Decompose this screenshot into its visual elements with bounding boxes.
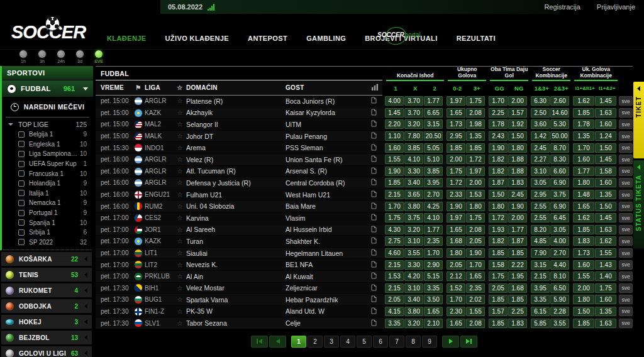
odds-cell[interactable]: 1.65 — [447, 225, 465, 234]
statistics-icon[interactable] — [366, 120, 381, 128]
odds-cell[interactable]: 3.70 — [404, 108, 423, 118]
statistics-icon[interactable] — [366, 155, 381, 163]
odds-cell[interactable]: 1.52 — [447, 283, 465, 293]
odds-cell[interactable]: 7.80 — [404, 131, 423, 141]
odds-cell[interactable]: 1.55 — [466, 307, 485, 316]
odds-cell[interactable]: 1.55 — [385, 155, 404, 164]
odds-cell[interactable]: 1.55 — [595, 248, 616, 258]
odds-cell[interactable]: 1.85 — [489, 248, 508, 258]
star-icon[interactable]: ☆ — [177, 133, 183, 140]
pagination-page-4[interactable]: 4 — [340, 336, 355, 348]
odds-cell[interactable]: 3.35 — [531, 295, 550, 304]
sidebar-league-srbija-1[interactable]: Srbija 16 — [2, 228, 93, 238]
all-odds-button[interactable]: sve — [619, 295, 633, 304]
all-odds-button[interactable]: sve — [619, 307, 633, 316]
odds-cell[interactable]: 1.53 — [466, 190, 485, 199]
odds-cell[interactable]: 1.68 — [508, 283, 527, 293]
ticket-status-tab[interactable]: STATUS TIKETA — [633, 160, 644, 248]
all-odds-button[interactable]: sve — [619, 96, 633, 106]
odds-cell[interactable]: 1.60 — [573, 260, 594, 270]
odds-cell[interactable]: 6.15 — [531, 307, 550, 316]
odds-cell[interactable]: 1.75 — [466, 96, 485, 106]
odds-cell[interactable]: 50.00 — [550, 131, 569, 141]
odds-cell[interactable]: 2.70 — [424, 190, 443, 199]
checkbox-icon[interactable] — [18, 229, 25, 236]
odds-cell[interactable]: 1.75 — [595, 283, 616, 293]
odds-cell[interactable]: 1.50 — [573, 307, 594, 316]
logo-link[interactable]: SOCCER — [11, 19, 96, 45]
statistics-icon[interactable] — [366, 202, 381, 211]
odds-cell[interactable]: 3.40 — [404, 295, 423, 304]
odds-cell[interactable]: 3.75 — [550, 190, 569, 199]
odds-cell[interactable]: 2.15 — [385, 260, 404, 270]
odds-cell[interactable]: 1.97 — [447, 213, 465, 222]
odds-cell[interactable]: 1.90 — [447, 202, 465, 211]
odds-cell[interactable]: 1.93 — [489, 225, 508, 234]
odds-cell[interactable]: 6.50 — [550, 283, 569, 293]
odds-cell[interactable]: 2.08 — [466, 225, 485, 234]
odds-cell[interactable]: 1.87 — [489, 178, 508, 187]
odds-cell[interactable]: 3.30 — [404, 167, 423, 176]
odds-cell[interactable]: 1.85 — [573, 319, 594, 328]
statistics-icon[interactable] — [366, 97, 381, 105]
nav-item-kla-enje[interactable]: KLAĐENJE — [107, 35, 147, 42]
odds-cell[interactable]: 2.15 — [385, 283, 404, 293]
odds-cell[interactable]: 1.50 — [508, 131, 527, 141]
odds-cell[interactable]: 1.70 — [424, 248, 443, 258]
odds-cell[interactable]: 3.60 — [531, 119, 550, 129]
sidebar-item-rukomet[interactable]: RUKOMET4 — [1, 283, 92, 297]
odds-cell[interactable]: 5.30 — [550, 119, 569, 129]
ticket-tab[interactable]: TIKET — [633, 82, 644, 158]
statistics-icon[interactable] — [366, 226, 381, 234]
checkbox-icon[interactable] — [18, 219, 25, 226]
odds-cell[interactable]: 3.95 — [531, 283, 550, 293]
odds-cell[interactable]: 4.25 — [424, 202, 443, 211]
odds-cell[interactable]: 1.80 — [489, 202, 508, 211]
odds-cell[interactable]: 1.80 — [508, 143, 527, 153]
odds-cell[interactable]: 2.05 — [466, 236, 485, 246]
odds-cell[interactable]: 2.75 — [385, 236, 404, 246]
checkbox-icon[interactable] — [18, 141, 25, 147]
odds-cell[interactable]: 1.68 — [447, 236, 465, 246]
odds-cell[interactable]: 2.25 — [489, 108, 508, 118]
odds-cell[interactable]: 1.85 — [508, 248, 527, 258]
odds-cell[interactable]: 1.80 — [466, 202, 485, 211]
all-odds-button[interactable]: sve — [619, 155, 633, 164]
statistics-icon[interactable] — [366, 167, 381, 175]
odds-cell[interactable]: 1.60 — [595, 178, 616, 187]
statistics-icon[interactable] — [366, 178, 381, 187]
odds-cell[interactable]: 6.60 — [550, 167, 569, 176]
odds-cell[interactable]: 1.55 — [573, 272, 594, 281]
nav-item-gambling[interactable]: GAMBLING — [306, 35, 346, 42]
odds-cell[interactable]: 1.35 — [595, 307, 616, 316]
sidebar-league-francuska-1[interactable]: Francuska 110 — [2, 168, 93, 178]
odds-cell[interactable]: 3.20 — [404, 225, 423, 234]
sidebar-item-fudbal[interactable]: FUDBAL 961 — [2, 80, 93, 97]
checkbox-icon[interactable] — [18, 151, 25, 157]
odds-cell[interactable]: 1.35 — [595, 190, 616, 199]
odds-cell[interactable]: 1.24 — [595, 131, 616, 141]
odds-cell[interactable]: 3.05 — [550, 225, 569, 234]
statistics-icon[interactable] — [366, 272, 381, 280]
odds-cell[interactable]: 1.50 — [489, 190, 508, 199]
sidebar-item-tenis[interactable]: TENIS53 — [1, 268, 92, 282]
checkbox-icon[interactable] — [18, 190, 25, 196]
odds-cell[interactable]: 2.15 — [385, 190, 404, 199]
soccer-portal-link[interactable]: SOCCER portal — [377, 31, 421, 38]
odds-cell[interactable]: 1.42 — [531, 131, 550, 141]
odds-cell[interactable]: 2.27 — [531, 155, 550, 164]
all-odds-button[interactable]: sve — [619, 225, 633, 234]
odds-cell[interactable]: 1.60 — [385, 143, 404, 153]
odds-cell[interactable]: 1.75 — [466, 213, 485, 222]
pagination-page-3[interactable]: 3 — [324, 336, 339, 348]
odds-cell[interactable]: 1.63 — [595, 319, 616, 328]
star-icon[interactable]: ☆ — [177, 214, 183, 221]
odds-cell[interactable]: 4.00 — [550, 236, 569, 246]
odds-cell[interactable]: 4.10 — [424, 213, 443, 222]
odds-cell[interactable]: 1.45 — [595, 213, 616, 222]
all-odds-button[interactable]: sve — [619, 190, 633, 199]
all-odds-button[interactable]: sve — [619, 119, 633, 129]
sidebar-league-sp-2022[interactable]: SP 202232 — [2, 238, 93, 248]
odds-cell[interactable]: 3.70 — [404, 96, 423, 106]
odds-cell[interactable]: 3.20 — [404, 319, 423, 328]
